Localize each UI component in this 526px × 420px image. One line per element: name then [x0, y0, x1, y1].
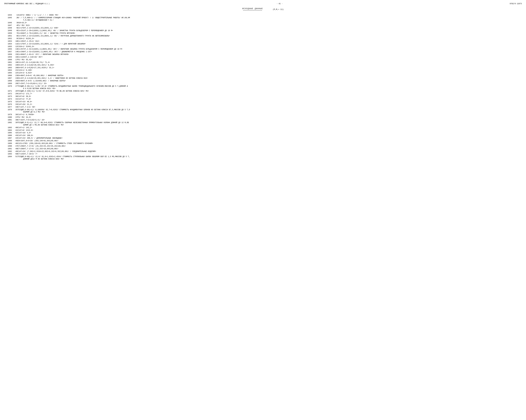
table-row: 10452Ю/ / Т,П,906=1/ / / КОМПРЕССОРНАЯ С…	[4, 17, 522, 21]
table-row: 106825Е6=80#Т,6-9=4/ 2,31Х4Х0,001/ / АНК…	[4, 80, 522, 82]
row-number: 1089	[4, 142, 12, 145]
table-row: 107431С147=2/ 77,0•	[4, 98, 522, 100]
row-content: Е6=2#Т,6-1=2(А2+26,0Х1,04#)/ 2,2/ / НАБЕ…	[18, 77, 522, 80]
row-index: 7	[12, 32, 18, 35]
row-number: 1093	[4, 153, 12, 155]
table-row: 10474Р1/ М3/ 912•	[4, 24, 522, 27]
row-number: 1090	[4, 145, 12, 148]
table-row: 106320Е6=5#Т,6-1=5(А2+27,2Х1,015#)/ 33,1…	[4, 67, 522, 69]
row-content: Е11=2#Т,11-1=2(А2=38,74)/ 71,4•	[18, 61, 522, 64]
row-index: 28	[12, 90, 18, 92]
table-row: 106522С124=3/ 0,623•	[4, 72, 522, 74]
row-content: Н10=16,5•	[18, 21, 522, 24]
table-row: 10518Е1=176#Т,1-22=13(А3Х1,15)(А6Х1,1)/ …	[4, 35, 522, 37]
row-content: ТССЦШП,8-60(=1)/ 12,6/ 91,0+1,63Х3=2,45Х…	[18, 155, 522, 160]
row-number: 1045	[4, 17, 12, 21]
row-index: 43	[12, 134, 18, 137]
row-number: 1051	[4, 35, 12, 37]
table-row: 107128ТССЦШП,9-348(=1)/ 0,53/ 67,9+0,82Х…	[4, 90, 522, 92]
table-row: 107835ТССЦШП,9-96(=1)/ 0,166Х50/ 62,7=0,…	[4, 109, 522, 114]
row-number: 1082	[4, 121, 12, 126]
row-index: 14	[12, 50, 18, 53]
row-index: 16	[12, 56, 18, 59]
row-number: 1055	[4, 45, 12, 48]
table-row: 107027ТССЦШП,9-38(=1)/ 3,99/ 67,9/ СТОИМ…	[4, 85, 522, 90]
row-index: 19	[12, 64, 18, 67]
row-content: С147=8/ 1212,8•	[18, 129, 522, 132]
row-content: Е1=948#Т,1-79=2(А5Х1,2)/ 16/ / ЗАЧИСТКА …	[18, 32, 522, 35]
row-index: 5	[12, 27, 18, 30]
table-row: 106623Е6=80#Т,6=9=4/ 45,0Х0,001/ / АНКЕР…	[4, 74, 522, 77]
table-row: 108946С121=1785/ (359,1Х6+81,0Х3)Х0,001/…	[4, 142, 522, 145]
row-content: Е1=1184#Т,1-118=10/ 367•	[18, 56, 522, 59]
row-content: Е6=2#Т,6-1=2(А2+26,6Х1,02#)/ 0,3Х3•	[18, 64, 522, 67]
row-number: 1049	[4, 30, 12, 32]
row-number: 1048	[4, 27, 12, 30]
row-content: Е7=15#Т,7=1=15(А2=1,11)/ 15•	[18, 82, 522, 85]
row-index: 44	[12, 137, 18, 140]
row-index: 38	[12, 119, 18, 121]
table-row: 10496Е1=231#Т,1-29=2(А3Х1,1)(А4Х1,05)/ 4…	[4, 30, 522, 32]
row-content: С124=1/ 0,189•	[18, 69, 522, 72]
row-number: 1072	[4, 92, 12, 95]
row-content: Е9=33#Т,9=4=10/ (359,1Х6+81,0Х3)Х0,001•	[18, 140, 522, 142]
row-number: 1044	[4, 14, 12, 17]
row-content: С310=1/ 524Х1,8•	[18, 45, 522, 48]
table-row: 108138Е7=32#Т,7=3=2(А2=3,4)/ 16•	[4, 119, 522, 121]
row-index: 13	[12, 48, 18, 50]
data-table: 10441311073/ Н8В1/ / 1/ 1,1/ / / / 3600/…	[4, 14, 522, 160]
row-index: 50	[12, 153, 18, 155]
row-index: 20	[12, 67, 18, 69]
row-index: 2	[12, 17, 18, 21]
title-params: (П,М,= 11)	[273, 8, 284, 10]
table-row: 106017Р2/ М3/ 55,42•	[4, 59, 522, 61]
row-content: С147=1/ 0,76Х50•	[18, 113, 522, 116]
row-content: С147=15/ 48,8•	[18, 100, 522, 103]
row-number: 1067	[4, 77, 12, 80]
table-row: 107532С147=15/ 48,8•	[4, 100, 522, 103]
table-row: 105411Е1=176#Т,1-22=13(А3Х1,15)(А6Х1,1)/…	[4, 43, 522, 45]
row-content: Е1=257#Т,1-31=2(А3Х1,1)(А6Х1,05)/ 367/ /…	[18, 48, 522, 50]
row-number: 1073	[4, 95, 12, 98]
row-content: Е7=290#Т,7-17=6/ (25,2Х2+25,2Х2+35,2Х2)Х…	[18, 145, 522, 148]
table-row: 10507Е1=948#Т,1-79=2(А5Х1,2)/ 16/ / ЗАЧИ…	[4, 32, 522, 35]
row-index: 22	[12, 72, 18, 74]
table-row: 108542С147=16/ 4,6•	[4, 132, 522, 134]
table-row: 106118Е11=2#Т,11-1=2(А2=38,74)/ 71,4•	[4, 61, 522, 64]
row-content: Р3/ М3/ 34,9•	[18, 116, 522, 119]
table-row: 108744С147=24/ 209,5/ / ДОПОЛНИТЕЛЬНЫЕ З…	[4, 137, 522, 140]
row-content: ТССЦШП,9-38(=1)/ 3,99/ 67,9/ СТОИМОСТЬ Ф…	[18, 85, 522, 90]
row-content: 311073/ Н8В1/ / 1/ 1,1/ / / / 3600/ М3•	[18, 14, 522, 17]
row-number: 1065	[4, 72, 12, 74]
table-row: 105815Е1=968#Т,1-81=2/ 157/ / ОБРАТНАЯ З…	[4, 53, 522, 56]
row-number: 1059	[4, 56, 12, 59]
table-row: 10441311073/ Н8В1/ / 1/ 1,1/ / / / 3600/…	[4, 14, 522, 17]
row-number: 1061	[4, 61, 12, 64]
table-row: 107734Е7=1#Т,7-1=1/ 50•	[4, 106, 522, 109]
row-index: 36	[12, 113, 18, 116]
row-number: 1079	[4, 113, 12, 116]
row-index: 8	[12, 35, 18, 37]
header-right: 9702/9 11073	[510, 3, 522, 5]
row-content: С147=1/ 172,7•	[18, 92, 522, 95]
row-number: 1091	[4, 148, 12, 150]
row-index: 48	[12, 148, 18, 150]
row-index: 21	[12, 69, 18, 72]
row-number: 1066	[4, 74, 12, 77]
table-row: 108441С147=8/ 1212,8•	[4, 129, 522, 132]
row-index: 37	[12, 116, 18, 119]
row-content: Е7=288#Т,7-17=4/ (12,2Х2+10,0Х3)Х0,001•	[18, 148, 522, 150]
header-center: - 41 -	[277, 3, 283, 5]
row-index: 34	[12, 106, 18, 109]
row-content: Р2/ М3/ 55,42•	[18, 59, 522, 61]
table-row: 105916Е1=1184#Т,1-118=10/ 367•	[4, 56, 522, 59]
table-row: 108845Е9=33#Т,9=4=10/ (359,1Х6+81,0Х3)Х0…	[4, 140, 522, 142]
row-number: 1080	[4, 116, 12, 119]
row-content: С310=1/ 912Х1,8•	[18, 37, 522, 40]
row-index: 46	[12, 142, 18, 145]
row-index: 47	[12, 145, 18, 148]
row-content: С147=1/ 142,2•	[18, 126, 522, 129]
table-row: 108037Р3/ М3/ 34,9•	[4, 116, 522, 119]
row-content: Е1=248#Т,1-31=13(А3Х1,1)(А6Х1,05)/ 367/ …	[18, 50, 522, 53]
row-content: Е7=1#Т,7-1=1/ 50•	[18, 106, 522, 109]
